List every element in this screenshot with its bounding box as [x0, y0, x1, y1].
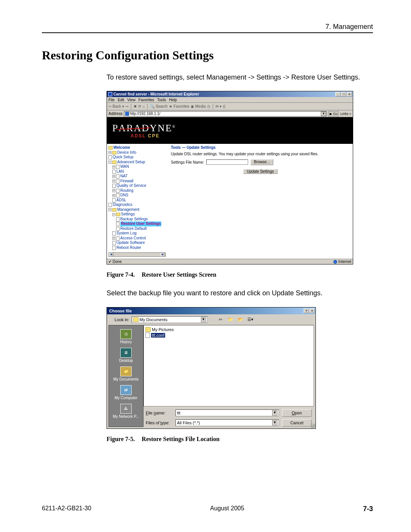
figure-7-4-caption: Figure 7-4.Restore User Settings Screen [107, 271, 373, 278]
lookin-combo[interactable]: My Documents ▼ [132, 316, 208, 323]
links-label[interactable]: Links » [340, 112, 351, 116]
cancel-button[interactable]: Cancel [282, 419, 312, 427]
page-footer: 6211-A2-GB21-30 August 2005 7-3 [42, 505, 373, 513]
search-button[interactable]: 🔍 Search [150, 104, 167, 108]
menu-file[interactable]: File [108, 98, 115, 102]
desktop-icon: 🖥 [120, 348, 132, 358]
menu-view[interactable]: View [127, 98, 135, 102]
dialog-topbar: Look in: My Documents ▼ ⇦ 📁 📂 ☰▾ [107, 314, 315, 325]
tree-access-control[interactable]: +Access Control [108, 236, 167, 241]
menu-tools[interactable]: Tools [157, 98, 166, 102]
tree-update-software[interactable]: Update Software [108, 241, 167, 245]
ie-title-text: Cannot find server - Microsoft Internet … [113, 92, 199, 96]
tree-reboot-router[interactable]: Reboot Router [108, 245, 167, 250]
forward-button[interactable]: ⇨ [126, 104, 129, 108]
tree-scrollbar[interactable]: ◄► [108, 252, 166, 257]
nav-back-button[interactable]: ⇦ [217, 316, 225, 323]
dialog-titlebar: Choose file ? × [107, 307, 315, 314]
menu-edit[interactable]: Edit [118, 98, 124, 102]
mail-button[interactable]: ✉ ▾ [215, 104, 221, 108]
view-menu-button[interactable]: ☰▾ [247, 316, 254, 323]
file-list[interactable]: My Pictures ttt.conf [143, 325, 314, 406]
up-one-level-button[interactable]: 📁 [227, 316, 234, 323]
favorites-button[interactable]: ★ Favorites [169, 104, 189, 108]
filetype-combo[interactable]: All Files (*.*)▼ [175, 419, 279, 426]
history-button[interactable]: ◷ [207, 104, 210, 108]
documents-icon: 📁 [120, 366, 132, 376]
tree-dns[interactable]: +DNS [108, 193, 167, 198]
choose-file-dialog: Choose file ? × Look in: My Documents ▼ … [107, 307, 316, 429]
settings-file-input[interactable] [206, 159, 248, 165]
ie-window: Cannot find server - Microsoft Internet … [107, 91, 353, 264]
filetype-label: Files of type: [146, 421, 172, 425]
stop-button[interactable]: ✖ [134, 104, 137, 108]
list-item[interactable]: ttt.conf [145, 333, 312, 338]
tree-backup-settings[interactable]: Backup Settings [108, 217, 167, 222]
ie-content: PARADYNE ADSL CPE Welcome +Device Info Q… [107, 117, 353, 259]
new-folder-button[interactable]: 📂 [237, 316, 244, 323]
filename-label: File name: [146, 411, 172, 415]
ie-logo-icon [108, 92, 112, 96]
tree-wan[interactable]: +WAN [108, 164, 167, 169]
tree-management[interactable]: −Management [108, 207, 167, 212]
go-button[interactable]: ▶ Go [328, 111, 339, 116]
chevron-down-icon[interactable]: ▼ [272, 410, 277, 416]
chevron-down-icon[interactable]: ▼ [272, 420, 277, 425]
dialog-help-button[interactable]: ? [304, 309, 309, 313]
tree-diagnostics[interactable]: Diagnostics [108, 202, 167, 207]
page-title: Restoring Configuration Settings [42, 48, 373, 62]
places-bar: ◷History 🖥Desktop 📁My Documents 🖳My Comp… [108, 325, 143, 427]
minimize-button[interactable]: _ [335, 92, 341, 97]
tree-settings[interactable]: −Settings [108, 212, 167, 217]
media-button[interactable]: ◉ Media [191, 104, 206, 108]
tree-restore-default[interactable]: Restore Default [108, 226, 167, 231]
ie-titlebar: Cannot find server - Microsoft Internet … [107, 91, 353, 97]
tree-qos[interactable]: Quality of Service [108, 183, 167, 188]
browse-button[interactable]: Browse... [250, 159, 273, 165]
tree-device-info[interactable]: +Device Info [108, 150, 167, 155]
list-item[interactable]: My Pictures [145, 327, 312, 333]
tree-routing[interactable]: +Routing [108, 188, 167, 193]
ie-menubar: File Edit View Favorites Tools Help [107, 97, 353, 103]
place-desktop[interactable]: 🖥Desktop [111, 346, 141, 364]
tree-quick-setup[interactable]: Quick Setup [108, 155, 167, 160]
brand-subtitle: ADSL CPE [131, 133, 353, 139]
home-button[interactable]: ⌂ [143, 104, 145, 108]
ie-toolbar: ⇦ Back ▾ ⇨ ✖ ⟳ ⌂ 🔍 Search ★ Favorites ◉ … [107, 103, 353, 110]
pane-description: Update DSL router settings. You may upda… [171, 152, 350, 156]
tree-system-log[interactable]: System Log [108, 231, 167, 236]
address-input[interactable]: http://192.168.1.1/ ▼ [124, 111, 327, 116]
place-my-computer[interactable]: 🖳My Computer [111, 384, 141, 401]
maximize-button[interactable]: □ [341, 92, 346, 97]
update-settings-button[interactable]: Update Settings [243, 169, 277, 174]
resize-grip[interactable] [311, 424, 315, 428]
chevron-down-icon[interactable]: ▼ [201, 317, 206, 322]
network-icon: 🖧 [120, 404, 132, 414]
ie-address-bar: Address http://192.168.1.1/ ▼ ▶ Go Links… [107, 110, 353, 117]
brand-logo: PARADYNE [112, 123, 353, 134]
tree-advanced-setup[interactable]: −Advanced Setup [108, 160, 167, 165]
folder-icon [133, 317, 139, 322]
refresh-button[interactable]: ⟳ [138, 104, 141, 108]
tree-lan[interactable]: LAN [108, 169, 167, 174]
place-my-documents[interactable]: 📁My Documents [111, 365, 141, 383]
filename-input[interactable]: ttt▼ [175, 409, 279, 416]
dialog-close-button[interactable]: × [309, 309, 315, 313]
close-button[interactable]: × [347, 92, 352, 97]
address-dropdown-icon[interactable]: ▼ [321, 111, 326, 116]
place-my-network[interactable]: 🖧My Network P... [111, 402, 141, 420]
place-history[interactable]: ◷History [111, 328, 141, 346]
back-button[interactable]: ⇦ Back ▾ [108, 104, 124, 108]
menu-help[interactable]: Help [169, 98, 177, 102]
tree-adsl[interactable]: ADSL [108, 198, 167, 203]
open-button[interactable]: Open [282, 409, 312, 417]
tree-nat[interactable]: +NAT [108, 174, 167, 179]
settings-file-label: Settings File Name: [171, 160, 204, 164]
tree-restore-user-settings[interactable]: Restore User Settings [108, 221, 167, 226]
menu-favorites[interactable]: Favorites [139, 98, 154, 102]
header-rule [42, 32, 373, 33]
tree-welcome[interactable]: Welcome [108, 145, 167, 150]
nav-tree: Welcome +Device Info Quick Setup −Advanc… [107, 144, 168, 259]
print-button[interactable]: ⎙ [223, 104, 225, 108]
tree-firewall[interactable]: +Firewall [108, 179, 167, 184]
